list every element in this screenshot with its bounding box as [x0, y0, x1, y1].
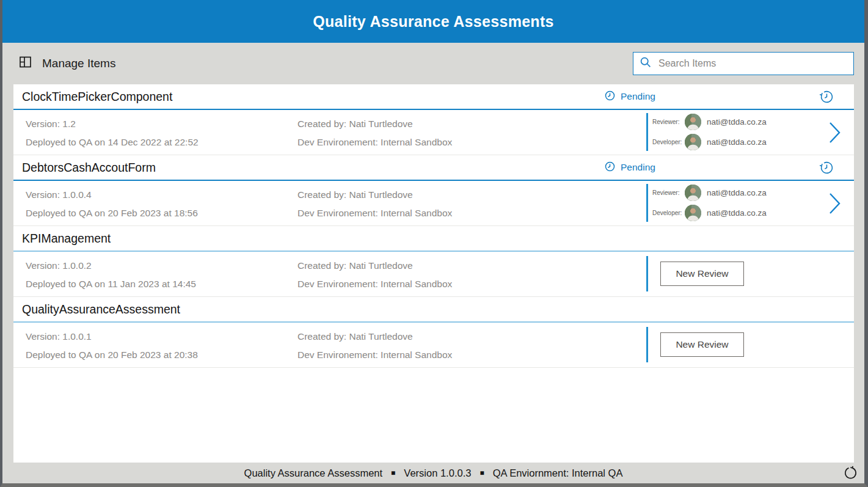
item-header-row: QualityAssuranceAssessment [13, 297, 854, 321]
reviewer-email: nati@tdda.co.za [707, 188, 767, 197]
item-dev-env: Dev Environement: Internal Sandbox [297, 133, 646, 152]
item-title: ClockTimePickerComponent [22, 90, 605, 104]
item-created-by: Created by: Nati Turtledove [297, 257, 646, 275]
item-body: Version: 1.0.0.1 Deployed to QA on 20 Fe… [13, 323, 854, 367]
toolbar: Manage Items [2, 43, 864, 84]
developer-avatar [685, 205, 701, 221]
action-column: New Review [646, 327, 854, 362]
open-details-chevron-icon[interactable] [828, 192, 842, 215]
list-item: ClockTimePickerComponent Pending [13, 84, 854, 155]
search-icon [640, 56, 652, 71]
version-column: Version: 1.0.0.2 Deployed to QA on 11 Ja… [26, 252, 297, 296]
version-column: Version: 1.0.0.1 Deployed to QA on 20 Fe… [26, 323, 297, 367]
footer-separator-square: ■ [480, 469, 484, 477]
developer-label: Developer: [652, 210, 685, 216]
new-review-button[interactable]: New Review [660, 262, 744, 286]
manage-items-grid-icon [18, 55, 33, 73]
history-icon[interactable] [819, 160, 834, 175]
item-title: DebtorsCashAccoutForm [22, 161, 605, 175]
footer-environment: QA Enviornment: Internal QA [493, 467, 623, 479]
titlebar: Quality Assurance Assessments [2, 0, 864, 43]
item-header-row: ClockTimePickerComponent Pending [13, 84, 854, 109]
footer-version: Version 1.0.0.3 [404, 467, 471, 479]
developer-email: nati@tdda.co.za [707, 137, 767, 147]
item-body: Version: 1.2 Deployed to QA on 14 Dec 20… [13, 110, 854, 155]
clock-icon [605, 90, 615, 103]
list-item: DebtorsCashAccoutForm Pending [13, 155, 854, 226]
people-column: Reviewer: nati@tdda.co.za Deve [646, 113, 854, 151]
item-header-row: KPIManagement [13, 226, 854, 251]
footer-app-name: Quality Assurance Assessment [244, 467, 383, 479]
history-icon[interactable] [819, 89, 834, 104]
item-version: Version: 1.0.0.1 [26, 328, 297, 346]
item-created-by: Created by: Nati Turtledove [297, 115, 646, 133]
creator-column: Created by: Nati Turtledove Dev Environe… [297, 181, 646, 225]
status-badge: Pending [605, 90, 819, 103]
manage-items-header: Manage Items [18, 55, 115, 73]
item-created-by: Created by: Nati Turtledove [297, 186, 646, 204]
item-version: Version: 1.0.0.4 [26, 186, 297, 204]
new-review-button[interactable]: New Review [660, 332, 744, 357]
item-created-by: Created by: Nati Turtledove [297, 328, 646, 346]
footer-separator-square: ■ [391, 469, 395, 477]
search-input[interactable] [657, 57, 847, 70]
reviewer-row: Reviewer: nati@tdda.co.za [652, 184, 854, 202]
item-deployed: Deployed to QA on 11 Jan 2023 at 14:45 [26, 275, 297, 293]
developer-label: Developer: [652, 139, 685, 145]
item-dev-env: Dev Environement: Internal Sandbox [297, 204, 646, 222]
manage-items-label: Manage Items [42, 57, 115, 70]
item-body: Version: 1.0.0.4 Deployed to QA on 20 Fe… [13, 181, 854, 225]
search-box[interactable] [633, 52, 854, 75]
developer-row: Developer: nati@tdda.co.za [652, 133, 854, 151]
item-dev-env: Dev Environement: Internal Sandbox [297, 275, 646, 293]
creator-column: Created by: Nati Turtledove Dev Environe… [297, 252, 646, 296]
app-title: Quality Assurance Assessments [313, 13, 554, 31]
footer-bar: Quality Assurance Assessment ■ Version 1… [2, 463, 864, 483]
open-details-chevron-icon[interactable] [828, 121, 842, 144]
developer-email: nati@tdda.co.za [707, 208, 767, 218]
item-deployed: Deployed to QA on 20 Feb 2023 at 18:56 [26, 204, 297, 222]
clock-icon [605, 161, 615, 174]
refresh-icon[interactable] [844, 466, 858, 480]
reviewer-label: Reviewer: [652, 119, 685, 125]
developer-avatar [685, 134, 701, 150]
status-badge: Pending [605, 161, 819, 174]
app-window: Quality Assurance Assessments Manage Ite… [0, 0, 868, 487]
reviewer-row: Reviewer: nati@tdda.co.za [652, 113, 854, 131]
action-column: New Review [646, 256, 854, 291]
status-label: Pending [621, 162, 655, 173]
creator-column: Created by: Nati Turtledove Dev Environe… [297, 323, 646, 367]
item-title: QualityAssuranceAssessment [22, 302, 845, 317]
items-list: ClockTimePickerComponent Pending [13, 84, 854, 463]
reviewer-avatar [685, 114, 701, 130]
status-label: Pending [621, 91, 655, 102]
list-item: QualityAssuranceAssessment Version: 1.0.… [13, 297, 854, 368]
reviewer-label: Reviewer: [652, 189, 685, 196]
developer-row: Developer: nati@tdda.co.za [652, 204, 854, 222]
version-column: Version: 1.2 Deployed to QA on 14 Dec 20… [26, 110, 297, 155]
version-column: Version: 1.0.0.4 Deployed to QA on 20 Fe… [26, 181, 297, 225]
item-header-row: DebtorsCashAccoutForm Pending [13, 155, 854, 180]
item-deployed: Deployed to QA on 14 Dec 2022 at 22:52 [26, 133, 297, 152]
item-deployed: Deployed to QA on 20 Feb 2023 at 20:38 [26, 346, 297, 364]
item-body: Version: 1.0.0.2 Deployed to QA on 11 Ja… [13, 252, 854, 296]
item-title: KPIManagement [22, 232, 845, 246]
item-dev-env: Dev Environement: Internal Sandbox [297, 346, 646, 364]
item-version: Version: 1.2 [26, 115, 297, 133]
reviewer-avatar [685, 185, 701, 201]
reviewer-email: nati@tdda.co.za [707, 117, 767, 126]
item-version: Version: 1.0.0.2 [26, 257, 297, 275]
creator-column: Created by: Nati Turtledove Dev Environe… [297, 110, 646, 155]
people-column: Reviewer: nati@tdda.co.za Deve [646, 184, 854, 222]
list-item: KPIManagement Version: 1.0.0.2 Deployed … [13, 226, 854, 297]
